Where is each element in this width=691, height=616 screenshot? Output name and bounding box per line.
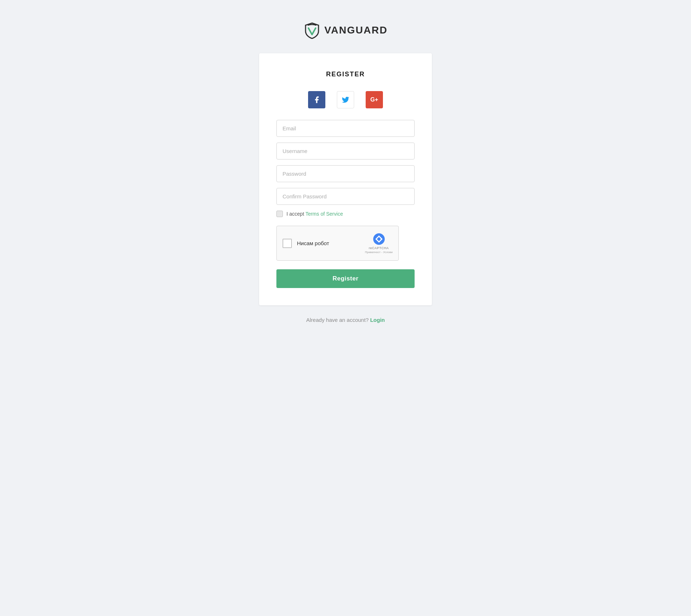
google-icon: G+ bbox=[370, 96, 378, 103]
terms-label: I accept Terms of Service bbox=[286, 211, 343, 217]
facebook-button[interactable] bbox=[308, 91, 325, 108]
logo-icon bbox=[303, 22, 321, 39]
twitter-icon bbox=[342, 96, 349, 104]
social-buttons: G+ bbox=[276, 91, 415, 108]
recaptcha-label: Нисам робот bbox=[297, 240, 329, 246]
brand-part1: VAN bbox=[324, 24, 347, 36]
terms-row: I accept Terms of Service bbox=[276, 211, 415, 217]
twitter-button[interactable] bbox=[337, 91, 354, 108]
username-group bbox=[276, 143, 415, 159]
footer-text: Already have an account? bbox=[306, 317, 370, 323]
register-button[interactable]: Register bbox=[276, 269, 415, 288]
recaptcha-widget: Нисам робот reCAPTCHA Приватност - Услов… bbox=[276, 226, 399, 261]
facebook-icon bbox=[313, 96, 321, 104]
email-group bbox=[276, 120, 415, 137]
terms-of-service-link[interactable]: Terms of Service bbox=[306, 211, 343, 217]
brand-name: VANGUARD bbox=[324, 24, 388, 36]
recaptcha-links: Приватност - Услови bbox=[365, 251, 393, 254]
brand-part2: GUARD bbox=[347, 24, 388, 36]
confirm-password-group bbox=[276, 188, 415, 205]
email-input[interactable] bbox=[276, 120, 415, 137]
password-group bbox=[276, 165, 415, 182]
recaptcha-brand-label: reCAPTCHA bbox=[369, 246, 389, 250]
recaptcha-checkbox[interactable] bbox=[283, 239, 292, 248]
recaptcha-logo-icon bbox=[372, 233, 385, 246]
terms-text: I accept bbox=[286, 211, 306, 217]
card-title: REGISTER bbox=[276, 71, 415, 78]
footer-login-area: Already have an account? Login bbox=[306, 317, 385, 323]
recaptcha-right: reCAPTCHA Приватност - Услови bbox=[365, 233, 393, 254]
google-button[interactable]: G+ bbox=[366, 91, 383, 108]
login-link[interactable]: Login bbox=[370, 317, 385, 323]
logo-area: VANGUARD bbox=[303, 22, 388, 39]
username-input[interactable] bbox=[276, 143, 415, 159]
register-card: REGISTER G+ I accept Term bbox=[259, 53, 432, 305]
recaptcha-left: Нисам робот bbox=[283, 239, 329, 248]
confirm-password-input[interactable] bbox=[276, 188, 415, 205]
recaptcha-terms-link[interactable]: Услови bbox=[383, 251, 393, 254]
password-input[interactable] bbox=[276, 165, 415, 182]
recaptcha-privacy-link[interactable]: Приватност bbox=[365, 251, 380, 254]
terms-checkbox[interactable] bbox=[276, 211, 283, 217]
